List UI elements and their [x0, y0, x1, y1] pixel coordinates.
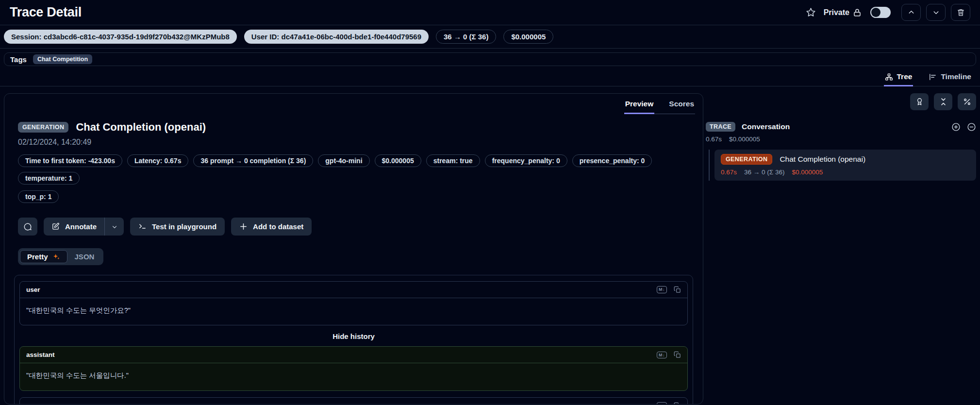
- markdown-icon[interactable]: M↓: [657, 352, 667, 359]
- tab-timeline-label: Timeline: [941, 72, 971, 81]
- privacy-label: Private: [824, 8, 849, 17]
- session-badge[interactable]: Session: cd3abcd6-c81c-4037-935d-19d9f27…: [4, 30, 237, 44]
- token-usage-badge: 36 → 0 (Σ 36): [436, 30, 496, 44]
- tree-icon: [885, 73, 893, 81]
- previous-trace-button[interactable]: [901, 4, 921, 21]
- copy-button[interactable]: [674, 351, 681, 358]
- pretty-toggle-button[interactable]: Pretty: [20, 250, 67, 263]
- generation-timestamp: 02/12/2024, 14:20:49: [18, 138, 690, 147]
- add-dataset-label: Add to dataset: [253, 222, 303, 231]
- message-card-assistant: assistant M↓ "대한민국의 수도는 서울입니다.": [19, 346, 688, 390]
- copy-button[interactable]: [674, 286, 681, 293]
- message-header: user M↓: [20, 282, 687, 298]
- test-playground-label: Test in playground: [152, 222, 216, 231]
- tab-timeline[interactable]: Timeline: [928, 69, 972, 86]
- collapse-all-button[interactable]: [934, 93, 952, 110]
- page-title: Trace Detail: [10, 5, 82, 20]
- prompt-completion-badge: 36 prompt → 0 completion (Σ 36): [193, 154, 313, 167]
- message-card-user-1: user M↓ "대한민국의 수도는 무엇인가요?": [19, 281, 688, 325]
- markdown-icon[interactable]: M↓: [657, 402, 667, 405]
- observation-preview-panel: Preview Scores GENERATION Chat Completio…: [4, 93, 703, 405]
- trace-nav-buttons: [901, 4, 970, 21]
- trace-type-badge: TRACE: [706, 122, 735, 132]
- caret-down-icon: [111, 223, 118, 230]
- trace-id-badges-row: Session: cd3abcd6-c81c-4037-935d-19d9f27…: [0, 25, 980, 49]
- message-header-icons: M↓: [657, 351, 681, 358]
- tab-scores[interactable]: Scores: [668, 99, 695, 114]
- cost-badge: $0.000005: [375, 154, 421, 167]
- temperature-badge: temperature: 1: [18, 172, 80, 185]
- annotate-button[interactable]: Annotate: [44, 218, 104, 236]
- circle-minus-icon: [967, 122, 976, 132]
- generation-title-row: GENERATION Chat Completion (openai): [18, 121, 690, 134]
- chevrons-collapse-icon: [939, 98, 947, 106]
- stream-badge: stream: true: [426, 154, 480, 167]
- trace-cost: $0.000005: [729, 135, 760, 143]
- trace-tree-panel: TRACE Conversation 0.67s $0.000005: [706, 93, 976, 405]
- scores-toggle-button[interactable]: [910, 93, 929, 110]
- trace-root-item[interactable]: TRACE Conversation: [706, 122, 790, 132]
- message-header-icons: M↓: [657, 402, 681, 405]
- lock-icon: [853, 8, 862, 17]
- timeline-icon: [929, 73, 937, 81]
- tab-tree-label: Tree: [897, 72, 913, 81]
- award-icon: [915, 98, 924, 106]
- annotate-dropdown-button[interactable]: [104, 218, 124, 236]
- content-area: Preview Scores GENERATION Chat Completio…: [0, 86, 980, 405]
- message-role: user: [26, 402, 40, 405]
- node-cost: $0.000005: [792, 169, 823, 176]
- star-icon: [806, 7, 816, 17]
- model-badge: gpt-4o-mini: [318, 154, 369, 167]
- trace-latency: 0.67s: [706, 135, 722, 143]
- tag-chip[interactable]: Chat Competition: [33, 54, 92, 64]
- tab-tree[interactable]: Tree: [884, 69, 914, 86]
- user-id-badge[interactable]: User ID: dc47a41e-06bc-400d-bde1-f0e440d…: [244, 30, 429, 44]
- generation-actions-row: Annotate Test in playground: [18, 218, 690, 236]
- node-metrics: 0.67s 36 → 0 (Σ 36) $0.000005: [721, 169, 970, 176]
- view-tabs: Tree Timeline: [0, 69, 980, 86]
- frequency-penalty-badge: frequency_penalty: 0: [485, 154, 567, 167]
- copy-button[interactable]: [674, 402, 681, 405]
- next-trace-button[interactable]: [926, 4, 946, 21]
- collapse-tree-button[interactable]: [967, 122, 976, 132]
- hide-history-button[interactable]: Hide history: [19, 325, 688, 346]
- param-badges-row-2: top_p: 1: [18, 190, 690, 203]
- param-badges-row-1: Time to first token: -423.00s Latency: 0…: [18, 154, 690, 185]
- pretty-label: Pretty: [27, 253, 48, 261]
- node-type-badge: GENERATION: [721, 154, 772, 165]
- expand-all-button[interactable]: [951, 122, 961, 132]
- tree-expand-controls: [951, 122, 976, 132]
- test-in-playground-button[interactable]: Test in playground: [130, 218, 225, 236]
- json-label: JSON: [75, 253, 95, 261]
- tags-bar: Tags Chat Competition: [4, 52, 976, 66]
- terminal-icon: [138, 222, 147, 231]
- delete-trace-button[interactable]: [951, 4, 970, 21]
- node-title: Chat Completion (openai): [780, 155, 865, 164]
- generation-tree-node[interactable]: GENERATION Chat Completion (openai) 0.67…: [714, 150, 976, 181]
- plus-icon: [239, 222, 248, 231]
- trace-children: GENERATION Chat Completion (openai) 0.67…: [709, 150, 976, 181]
- markdown-icon[interactable]: M↓: [657, 286, 667, 293]
- top-p-badge: top_p: 1: [18, 190, 59, 203]
- tags-label: Tags: [10, 55, 27, 64]
- bookmark-star-button[interactable]: [806, 7, 816, 17]
- node-latency: 0.67s: [721, 169, 737, 176]
- json-toggle-button[interactable]: JSON: [67, 250, 102, 263]
- message-header-icons: M↓: [657, 286, 681, 293]
- trace-root-row: TRACE Conversation: [706, 122, 976, 132]
- latency-badge: Latency: 0.67s: [127, 154, 189, 167]
- message-card-user-2: user M↓ "감사합니다 ": [19, 397, 688, 405]
- message-content: "대한민국의 수도는 서울입니다.": [20, 363, 687, 390]
- message-role: user: [26, 286, 40, 293]
- trace-name: Conversation: [742, 122, 790, 131]
- privacy-status: Private: [824, 8, 862, 17]
- privacy-toggle[interactable]: [870, 7, 891, 18]
- tab-preview[interactable]: Preview: [624, 99, 655, 114]
- metrics-toggle-button[interactable]: [958, 93, 976, 110]
- add-to-dataset-button[interactable]: Add to dataset: [231, 218, 312, 236]
- sparkles-icon: [52, 253, 60, 261]
- node-tokens: 36 → 0 (Σ 36): [744, 169, 784, 176]
- ttft-badge: Time to first token: -423.00s: [18, 154, 122, 167]
- comments-button[interactable]: [18, 218, 37, 236]
- percent-icon: [963, 98, 971, 106]
